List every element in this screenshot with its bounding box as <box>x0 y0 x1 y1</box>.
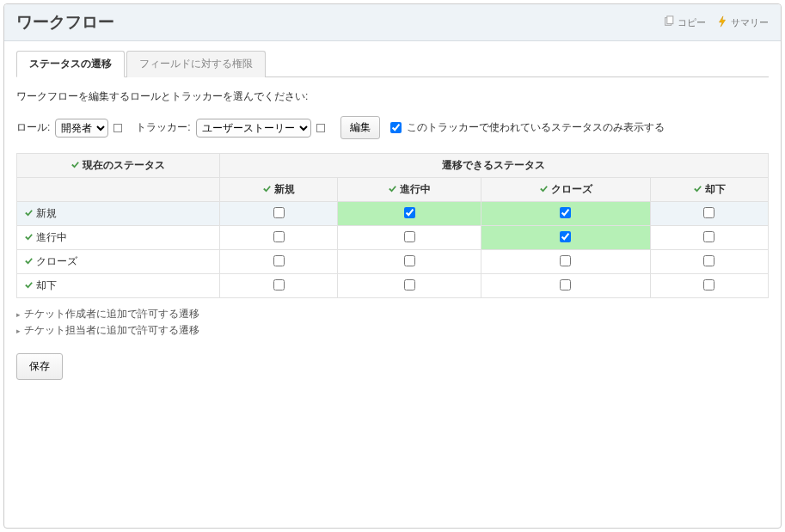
transition-checkbox[interactable] <box>273 279 285 290</box>
copy-icon <box>663 15 675 29</box>
transition-cell <box>219 226 337 250</box>
instruction-text: ワークフローを編集するロールとトラッカーを選んでください: <box>16 89 769 104</box>
workflow-table: 現在のステータス 遷移できるステータス 新規 進行中 クローズ 却下 新規進行中… <box>16 153 769 298</box>
transition-checkbox[interactable] <box>273 255 285 266</box>
transition-cell <box>338 250 481 274</box>
tracker-label: トラッカー: <box>136 120 190 135</box>
only-used-checkbox[interactable] <box>390 122 402 133</box>
transition-cell <box>219 202 337 226</box>
tracker-select[interactable]: ユーザーストーリー <box>196 119 311 138</box>
transition-cell <box>219 274 337 298</box>
transition-cell <box>338 274 481 298</box>
summary-action[interactable]: サマリー <box>716 15 769 29</box>
transition-cell <box>338 226 481 250</box>
column-status-row: 新規 進行中 クローズ 却下 <box>17 178 769 202</box>
allowed-status-header: 遷移できるステータス <box>219 154 768 178</box>
content: ステータスの遷移 フィールドに対する権限 ワークフローを編集するロールとトラッカ… <box>4 41 781 388</box>
transition-checkbox[interactable] <box>703 255 714 266</box>
workflow-page: ワークフロー コピー サマリー ステータスの遷移 フィールドに対する権限 ワーク… <box>3 3 782 529</box>
transition-cell <box>650 274 768 298</box>
transition-cell <box>338 202 481 226</box>
tabs: ステータスの遷移 フィールドに対する権限 <box>16 50 769 77</box>
col-status-2[interactable]: クローズ <box>481 178 651 202</box>
transition-checkbox[interactable] <box>703 231 714 242</box>
transition-checkbox[interactable] <box>560 231 571 242</box>
copy-action[interactable]: コピー <box>663 15 706 29</box>
table-row: 新規 <box>17 202 769 226</box>
transition-checkbox[interactable] <box>560 207 571 218</box>
row-status[interactable]: 新規 <box>17 202 220 226</box>
copy-label: コピー <box>678 16 706 29</box>
transition-cell <box>650 226 768 250</box>
transition-cell <box>481 226 651 250</box>
transition-checkbox[interactable] <box>404 255 415 266</box>
col-status-1[interactable]: 進行中 <box>338 178 481 202</box>
svg-rect-1 <box>667 16 673 24</box>
transition-cell <box>481 274 651 298</box>
role-label: ロール: <box>16 120 50 135</box>
table-row: 却下 <box>17 274 769 298</box>
transition-cell <box>481 202 651 226</box>
current-status-header: 現在のステータス <box>17 154 220 178</box>
expander-author[interactable]: チケット作成者に追加で許可する遷移 <box>16 307 769 321</box>
transition-checkbox[interactable] <box>404 207 415 218</box>
transition-checkbox[interactable] <box>404 279 415 290</box>
transition-cell <box>650 202 768 226</box>
role-multi-toggle[interactable] <box>113 124 122 132</box>
tab-field-permissions[interactable]: フィールドに対する権限 <box>126 51 266 77</box>
transition-cell <box>219 250 337 274</box>
transition-checkbox[interactable] <box>560 255 571 266</box>
page-header: ワークフロー コピー サマリー <box>4 4 781 41</box>
row-status[interactable]: 進行中 <box>17 226 220 250</box>
table-row: クローズ <box>17 250 769 274</box>
col-status-0[interactable]: 新規 <box>219 178 337 202</box>
row-status[interactable]: クローズ <box>17 250 220 274</box>
check-icon <box>71 160 80 169</box>
col-status-3[interactable]: 却下 <box>650 178 768 202</box>
transition-cell <box>650 250 768 274</box>
edit-button[interactable]: 編集 <box>340 116 380 139</box>
expander-assignee[interactable]: チケット担当者に追加で許可する遷移 <box>16 323 769 338</box>
transition-checkbox[interactable] <box>560 279 571 290</box>
transition-checkbox[interactable] <box>703 279 714 290</box>
transition-cell <box>481 250 651 274</box>
filter-row: ロール: 開発者 トラッカー: ユーザーストーリー 編集 このトラッカーで使われ… <box>16 116 769 139</box>
role-select[interactable]: 開発者 <box>55 119 108 138</box>
save-button[interactable]: 保存 <box>16 353 63 380</box>
only-used-label: このトラッカーで使われているステータスのみ表示する <box>407 120 665 135</box>
tab-status-transitions[interactable]: ステータスの遷移 <box>16 51 125 77</box>
transition-checkbox[interactable] <box>273 207 285 218</box>
summary-label: サマリー <box>731 16 769 29</box>
transition-checkbox[interactable] <box>703 207 714 218</box>
lightning-icon <box>716 15 728 29</box>
page-title: ワークフロー <box>16 11 653 34</box>
transition-checkbox[interactable] <box>404 231 415 242</box>
tracker-multi-toggle[interactable] <box>316 124 325 132</box>
table-row: 進行中 <box>17 226 769 250</box>
row-status[interactable]: 却下 <box>17 274 220 298</box>
transition-checkbox[interactable] <box>273 231 285 242</box>
